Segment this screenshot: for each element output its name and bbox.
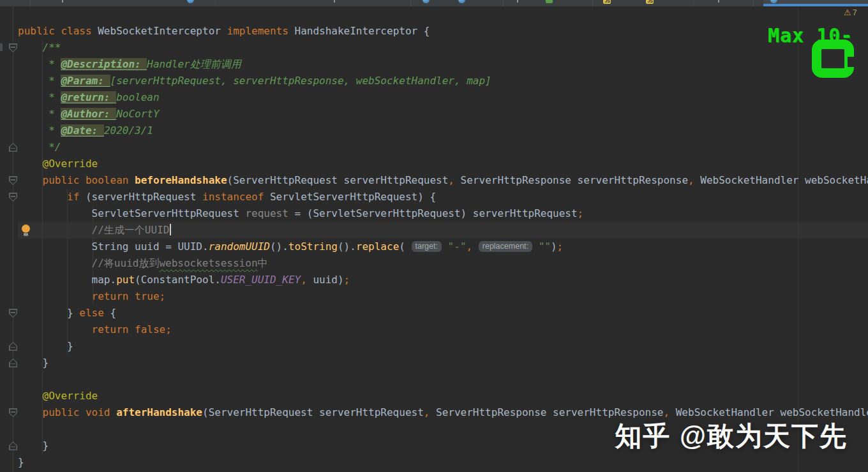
code-token: * [18, 75, 61, 87]
code-token: @Param: [61, 75, 110, 87]
fold-marker[interactable] [9, 358, 17, 367]
code-token: beforeHandshake [135, 174, 227, 186]
code-token: ServletServerHttpRequest [270, 191, 417, 203]
code-token: //生成一个UUID [18, 224, 169, 236]
fold-marker[interactable] [9, 441, 17, 450]
code-line: //生成一个UUID [0, 222, 868, 239]
parameter-hint: target: [412, 241, 442, 252]
code-token: toString [288, 240, 338, 253]
code-token: * [18, 91, 61, 103]
editor-tabs-strip[interactable]: JSJS [0, 0, 868, 6]
code-token: * [18, 58, 61, 70]
tab-label-fragment [517, 0, 518, 3]
code-token: return false [18, 323, 165, 336]
code-token: HandshakeInterceptor [295, 25, 424, 37]
code-token: ( [86, 191, 92, 203]
tab-separator [30, 0, 31, 6]
code-line: public boolean beforeHandshake(ServerHtt… [0, 172, 868, 189]
code-line [0, 6, 868, 23]
code-token: ServerHttpRequest serverHttpRequest [209, 406, 424, 418]
java-class-icon[interactable] [187, 0, 194, 3]
code-token: @Author: [61, 108, 116, 120]
code-token: . [202, 240, 209, 253]
code-token: ( [202, 406, 209, 418]
code-token: instanceof [202, 191, 270, 203]
code-token: "" [539, 240, 551, 253]
code-line: ServletServerHttpRequest request = (Serv… [0, 205, 868, 222]
tab-separator [503, 0, 504, 6]
code-token: websocketsession [159, 257, 257, 269]
intention-bulb-icon[interactable] [21, 225, 30, 237]
code-editor[interactable]: public class WebSocketInterceptor implem… [0, 6, 868, 472]
code-token: 2020/3/1 [104, 124, 153, 136]
code-token: ServletServerHttpRequest [313, 207, 460, 219]
code-line: * @Description: Handler处理前调用 [0, 56, 868, 73]
code-token: /** [18, 41, 61, 54]
code-token: ) { [417, 191, 436, 203]
tab-separator [753, 0, 754, 6]
bulb-glass [22, 225, 30, 233]
html-file-icon[interactable] [546, 0, 553, 3]
code-line: } [0, 355, 868, 371]
inspections-widget[interactable]: ⚠ 7 [844, 8, 857, 17]
code-token: { [424, 25, 430, 37]
fold-marker[interactable] [9, 342, 17, 351]
code-token: * [18, 124, 61, 136]
ide-window: JSJS ⚠ 7 public class WebSocketIntercept… [0, 0, 868, 472]
code-token: randomUUID [209, 240, 270, 253]
tab-separator [215, 0, 216, 6]
code-token: ( [227, 174, 234, 186]
code-token: WebSocketHandler webSocketHandler [700, 174, 868, 186]
code-token: [serverHttpRequest, serverHttpResponse, … [110, 75, 491, 87]
code-token: @return: [61, 91, 116, 103]
code-token: serverHttpRequest [473, 207, 578, 219]
code-line: String uuid = UUID.randomUUID().toString… [0, 239, 868, 255]
code-token: afterHandshake [116, 406, 202, 418]
code-token: ; [578, 207, 584, 219]
code-token: //将uuid放到 [18, 257, 159, 269]
code-token [442, 240, 448, 253]
code-token: * [18, 108, 61, 120]
code-token: { [104, 307, 116, 319]
java-class-icon[interactable] [423, 0, 430, 3]
edge-artifact [0, 43, 3, 51]
fold-marker[interactable] [9, 43, 17, 52]
code-token: ServletServerHttpRequest [18, 207, 245, 219]
code-token: boolean [116, 91, 159, 103]
pixel-zero-notch [848, 57, 854, 67]
code-token: ServerHttpRequest serverHttpRequest [233, 174, 448, 186]
fold-marker[interactable] [9, 143, 17, 152]
code-line: /** [0, 40, 868, 56]
code-token: = [165, 240, 177, 253]
code-token: . [214, 274, 221, 286]
code-token: Handler处理前调用 [147, 58, 241, 70]
code-line: return true; [0, 288, 868, 305]
code-token: public class [18, 25, 98, 37]
code-token: request [245, 207, 288, 219]
bulb-base [24, 233, 28, 235]
code-token: , [424, 406, 436, 418]
code-token: @Override [18, 158, 98, 170]
code-token: = ( [288, 207, 313, 219]
tab-label-fragment [718, 0, 719, 3]
code-token: 中 [258, 257, 268, 269]
fold-marker[interactable] [9, 309, 17, 318]
js-file-icon[interactable]: JS [603, 0, 611, 4]
code-line: } [0, 454, 868, 471]
tab-separator [410, 0, 411, 6]
code-token: ; [160, 290, 166, 302]
java-class-icon[interactable] [458, 0, 465, 3]
active-tab[interactable] [763, 0, 868, 6]
code-line: @Override [0, 156, 868, 172]
code-token: . [110, 274, 117, 286]
zhihu-watermark: 知乎 @敢为天下先 [615, 418, 848, 454]
active-tab-underline [763, 4, 868, 6]
js-file-icon[interactable]: JS [646, 0, 654, 4]
code-line: map.put(ConstantPool.USER_UUID_KEY, uuid… [0, 272, 868, 288]
code-token: */ [18, 141, 61, 153]
tab-label-fragment [334, 0, 335, 3]
code-token: NoCortY [116, 108, 159, 120]
fold-marker[interactable] [9, 193, 17, 202]
fold-marker[interactable] [9, 176, 17, 185]
fold-marker[interactable] [9, 408, 17, 417]
